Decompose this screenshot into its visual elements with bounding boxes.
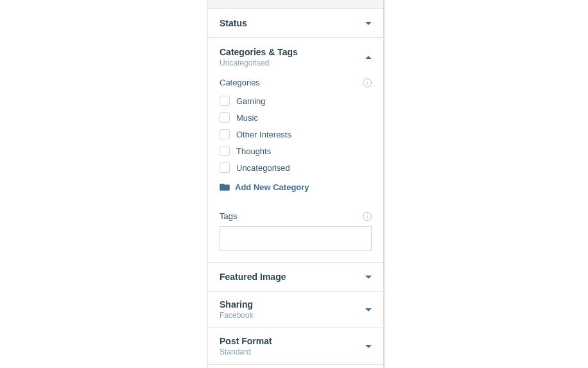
chevron-down-icon [365, 308, 372, 311]
category-label: Music [236, 113, 258, 123]
sharing-header[interactable]: Sharing Facebook [208, 292, 383, 328]
categories-tags-title: Categories & Tags [220, 47, 365, 57]
sharing-subtitle: Facebook [220, 311, 365, 320]
post-format-header[interactable]: Post Format Standard [208, 328, 383, 364]
chevron-up-icon [365, 56, 372, 59]
categories-tags-panel: Categories & Tags Uncategorised Categori… [208, 38, 383, 263]
category-label: Thoughts [236, 146, 271, 156]
chevron-down-icon [365, 22, 372, 25]
sharing-panel: Sharing Facebook [208, 292, 383, 328]
category-label: Uncategorised [236, 163, 290, 173]
categories-tags-header[interactable]: Categories & Tags Uncategorised [208, 38, 383, 71]
post-format-title: Post Format [220, 336, 365, 346]
checkbox-icon [220, 146, 230, 156]
categories-section-head: Categories i [220, 71, 372, 92]
tags-section: Tags i [220, 211, 372, 250]
folder-icon [220, 183, 230, 191]
categories-label: Categories [220, 78, 260, 87]
category-label: Other Interests [236, 130, 291, 139]
post-format-subtitle: Standard [220, 347, 365, 356]
add-new-category-button[interactable]: Add New Category [220, 176, 372, 195]
settings-sidebar: Status Categories & Tags Uncategorised C… [207, 0, 385, 368]
add-new-category-label: Add New Category [235, 182, 309, 192]
featured-image-title: Featured Image [220, 272, 365, 282]
category-item-thoughts[interactable]: Thoughts [220, 143, 372, 159]
checkbox-icon [220, 112, 230, 123]
checkbox-icon [220, 129, 230, 139]
checkbox-icon [220, 162, 230, 173]
category-item-gaming[interactable]: Gaming [220, 92, 372, 109]
featured-image-panel: Featured Image [208, 263, 383, 292]
category-item-music[interactable]: Music [220, 109, 372, 126]
chevron-down-icon [365, 345, 372, 348]
post-format-panel: Post Format Standard [208, 328, 383, 365]
info-icon[interactable]: i [363, 78, 372, 87]
tags-label: Tags [220, 211, 237, 221]
category-item-other-interests[interactable]: Other Interests [220, 126, 372, 143]
sharing-title: Sharing [220, 299, 365, 310]
status-title: Status [220, 18, 365, 28]
info-icon[interactable]: i [363, 212, 372, 221]
tags-input[interactable] [220, 226, 372, 250]
categories-tags-body: Categories i Gaming Music Other Interest… [208, 71, 383, 262]
status-panel: Status [208, 9, 383, 38]
category-label: Gaming [236, 96, 266, 106]
top-spacer [208, 0, 383, 9]
status-panel-header[interactable]: Status [208, 9, 383, 37]
category-item-uncategorised[interactable]: Uncategorised [220, 159, 372, 176]
featured-image-header[interactable]: Featured Image [208, 263, 383, 291]
chevron-down-icon [365, 276, 372, 279]
categories-tags-subtitle: Uncategorised [220, 58, 365, 67]
checkbox-icon [220, 96, 230, 106]
